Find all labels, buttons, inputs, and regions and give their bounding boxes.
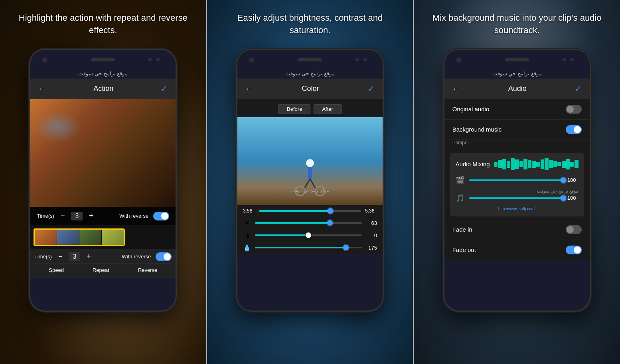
color-phone: موقع برامج جي سوفت ← Color ✓ Before Afte… bbox=[236, 49, 384, 312]
svg-line-2 bbox=[304, 179, 310, 189]
video-mixing-value: 100 bbox=[567, 177, 579, 183]
action-time-label: Time(s) bbox=[37, 213, 54, 219]
audio-mixing-card: Audio Mixing bbox=[450, 153, 584, 216]
music-mixing-value: 100 bbox=[567, 195, 579, 201]
action-phone-speaker bbox=[91, 58, 115, 61]
background-music-label: Background music bbox=[452, 126, 502, 133]
audio-arabic-text: موقع برامج جي سوفت bbox=[444, 70, 590, 79]
url-watermark: http://www.jsoftj.com/ bbox=[456, 207, 579, 211]
original-audio-row: Original audio bbox=[444, 99, 590, 120]
action-phone-top bbox=[30, 50, 176, 70]
action-bottom-controls: Time(s) − 3 + With reverse Speed Repeat … bbox=[30, 249, 176, 278]
background-music-toggle[interactable] bbox=[566, 125, 582, 134]
music-mixing-icon: 🎵 bbox=[456, 194, 465, 203]
color-timeline-slider[interactable] bbox=[259, 210, 361, 212]
audio-phone: موقع برامج جي سوفت ← Audio ✓ Original au… bbox=[443, 49, 591, 312]
video-mixing-slider[interactable] bbox=[469, 179, 563, 181]
fade-in-label: Fade in bbox=[452, 226, 472, 233]
action-phone-camera bbox=[42, 57, 47, 62]
action-bottom-time-label: Time(s) bbox=[34, 254, 52, 260]
fade-in-toggle[interactable] bbox=[566, 225, 582, 234]
audio-screen-title: Audio bbox=[508, 85, 527, 93]
cyclist-icon bbox=[286, 157, 334, 197]
video-mixing-row: 🎬 100 bbox=[456, 176, 579, 185]
saturation-slider[interactable] bbox=[255, 247, 362, 248]
audio-phone-camera bbox=[456, 57, 461, 62]
action-time-value: 3 bbox=[71, 212, 83, 220]
action-screen-header: ← Action ✓ bbox=[30, 79, 176, 99]
audio-phone-speaker bbox=[505, 58, 529, 61]
contrast-icon: ◑ bbox=[243, 232, 251, 239]
color-panel: Easily adjust brightness, contrast and s… bbox=[207, 0, 413, 364]
color-screen-body: Before After موقع برامج جي سوفت bbox=[237, 99, 383, 254]
action-timeline bbox=[30, 225, 176, 249]
color-phone-top bbox=[237, 50, 383, 70]
music-name: Pompeii bbox=[444, 140, 590, 150]
saturation-row: 💧 175 bbox=[237, 242, 383, 254]
color-phone-speaker bbox=[298, 58, 322, 61]
action-plus-button[interactable]: + bbox=[87, 212, 95, 220]
brightness-value: 63 bbox=[366, 220, 377, 226]
action-thumb-2 bbox=[57, 230, 79, 245]
music-mixing-slider[interactable] bbox=[469, 197, 563, 199]
color-phone-camera bbox=[249, 57, 254, 62]
brightness-slider[interactable] bbox=[255, 222, 362, 224]
color-arabic-text: موقع برامج جي سوفت bbox=[237, 70, 383, 79]
contrast-value: 0 bbox=[366, 232, 377, 238]
color-screen-header: ← Color ✓ bbox=[237, 79, 383, 99]
action-bottom-plus[interactable]: + bbox=[85, 252, 93, 261]
fade-out-toggle[interactable] bbox=[566, 246, 582, 254]
color-timeline-row: 3:58 5:36 bbox=[237, 205, 383, 217]
action-screen-body: Time(s) − 3 + With reverse bbox=[30, 99, 176, 278]
audio-back-button[interactable]: ← bbox=[452, 84, 460, 93]
action-check-button[interactable]: ✓ bbox=[160, 84, 168, 94]
action-arabic-text: موقع برامج جي سوفت bbox=[30, 70, 176, 79]
color-after-button[interactable]: After bbox=[314, 104, 341, 114]
brightness-row: ☀ 63 bbox=[237, 217, 383, 229]
action-bottom-toggle[interactable] bbox=[156, 252, 172, 261]
fade-out-row: Fade out bbox=[444, 240, 590, 260]
color-check-button[interactable]: ✓ bbox=[367, 84, 375, 94]
color-phone-dot-right bbox=[363, 58, 367, 61]
action-bottom-value: 3 bbox=[69, 252, 80, 261]
action-screen-title: Action bbox=[93, 85, 113, 93]
action-controls: Time(s) − 3 + With reverse bbox=[30, 207, 176, 225]
saturation-icon: 💧 bbox=[243, 244, 251, 252]
audio-phone-dot-left bbox=[563, 58, 566, 61]
action-minus-button[interactable]: − bbox=[59, 212, 67, 220]
action-back-button[interactable]: ← bbox=[38, 84, 46, 93]
color-before-button[interactable]: Before bbox=[278, 104, 310, 114]
color-before-after: Before After bbox=[237, 99, 383, 117]
action-phone-dot-right bbox=[156, 58, 160, 61]
action-tab-speed[interactable]: Speed bbox=[45, 266, 68, 275]
action-bottom-minus[interactable]: − bbox=[57, 252, 64, 261]
saturation-value: 175 bbox=[366, 245, 377, 251]
original-audio-toggle[interactable] bbox=[566, 105, 582, 114]
svg-point-5 bbox=[315, 186, 325, 196]
action-phone-wrapper: موقع برامج جي سوفت ← Action ✓ Time(s) − … bbox=[29, 45, 177, 312]
action-tab-reverse[interactable]: Reverse bbox=[134, 266, 161, 275]
fade-out-label: Fade out bbox=[452, 246, 476, 253]
color-time-end: 5:36 bbox=[365, 208, 377, 214]
color-back-button[interactable]: ← bbox=[245, 84, 253, 93]
action-tab-repeat[interactable]: Repeat bbox=[89, 266, 113, 275]
arabic-watermark-card: موقع برامج جي سوفت bbox=[456, 189, 579, 194]
color-screen-title: Color bbox=[302, 85, 319, 93]
audio-phone-wrapper: موقع برامج جي سوفت ← Audio ✓ Original au… bbox=[443, 45, 591, 312]
action-thumb-3 bbox=[79, 230, 101, 245]
brightness-icon: ☀ bbox=[243, 219, 251, 227]
contrast-slider[interactable] bbox=[255, 234, 362, 236]
original-audio-label: Original audio bbox=[452, 106, 490, 112]
color-video-area: موقع برامج جي سوفت bbox=[237, 117, 383, 205]
color-title: Easily adjust brightness, contrast and s… bbox=[207, 0, 413, 45]
svg-point-0 bbox=[306, 159, 314, 167]
action-reverse-label: With reverse bbox=[119, 213, 148, 219]
color-time-start: 3:58 bbox=[243, 208, 255, 214]
action-reverse-toggle[interactable] bbox=[153, 212, 169, 220]
waveform bbox=[494, 158, 579, 170]
music-mixing-row: 🎵 100 bbox=[456, 194, 579, 203]
audio-check-button[interactable]: ✓ bbox=[575, 84, 582, 94]
svg-point-4 bbox=[295, 186, 305, 196]
mixing-title-row: Audio Mixing bbox=[456, 158, 579, 170]
mixing-title: Audio Mixing bbox=[456, 161, 490, 167]
